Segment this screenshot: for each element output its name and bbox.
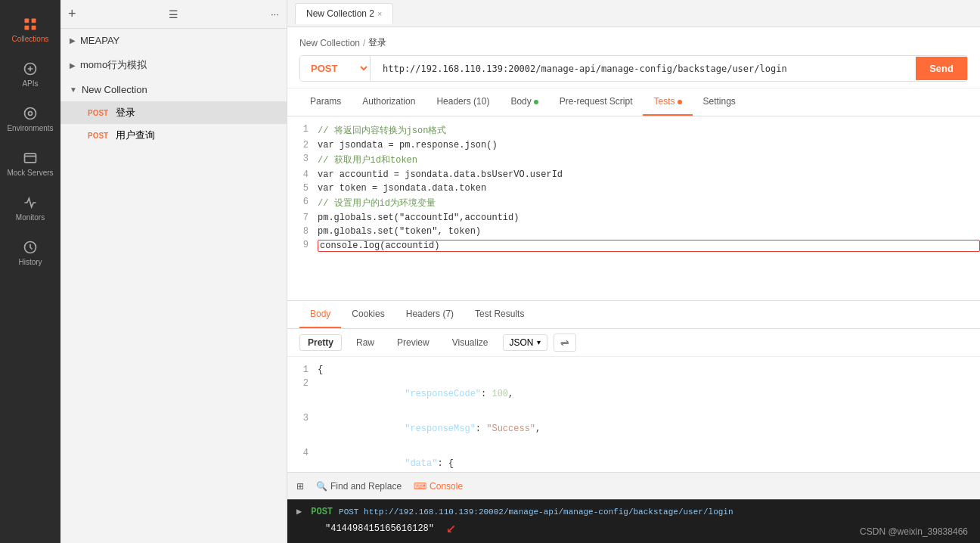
format-selector[interactable]: JSON ▾ bbox=[503, 334, 547, 351]
request-item-user-query[interactable]: POST 用户查询 bbox=[60, 124, 287, 147]
preview-button[interactable]: Preview bbox=[389, 334, 438, 351]
code-editor[interactable]: 1 // 将返回内容转换为json格式 2 var jsondata = pm.… bbox=[287, 116, 980, 300]
tests-dot bbox=[678, 100, 682, 104]
send-button[interactable]: Send bbox=[916, 57, 967, 80]
resp-tab-test-results[interactable]: Test Results bbox=[464, 301, 535, 328]
code-line-9: 9 console.log(accountid) bbox=[287, 238, 980, 253]
tab-params[interactable]: Params bbox=[299, 88, 352, 116]
chevron-down-icon: ▾ bbox=[537, 338, 541, 346]
chevron-right-icon: ▶ bbox=[70, 36, 76, 45]
watermark: CSDN @weixin_39838466 bbox=[860, 526, 968, 537]
code-line-1: 1 // 将返回内容转换为json格式 bbox=[287, 123, 980, 138]
chevron-right-icon: ▶ bbox=[70, 61, 76, 70]
code-line-7: 7 pm.globals.set("accountId",accountid) bbox=[287, 211, 980, 225]
tab-new-collection-2[interactable]: New Collection 2 × bbox=[295, 3, 393, 24]
body-dot bbox=[534, 100, 538, 104]
request-tabs: Params Authorization Headers (10) Body P… bbox=[287, 88, 980, 116]
bottom-bar: ⊞ 🔍 Find and Replace ⌨ Console bbox=[287, 472, 980, 499]
resp-line-4: 4 "data": { bbox=[287, 446, 980, 473]
code-line-4: 4 var accountid = jsondata.data.bsUserVO… bbox=[287, 168, 980, 182]
sidebar: Collections APIs Environments Mock Serve… bbox=[0, 0, 60, 543]
console-icon: ⌨ bbox=[414, 481, 426, 492]
search-icon: 🔍 bbox=[316, 481, 327, 492]
sidebar-item-history[interactable]: History bbox=[0, 231, 60, 275]
layout-icon: ⊞ bbox=[296, 481, 304, 492]
resp-line-1: 1 { bbox=[287, 363, 980, 377]
request-item-login[interactable]: POST 登录 bbox=[60, 101, 287, 124]
collection-item-new-collection[interactable]: ▼ New Collection bbox=[60, 78, 287, 101]
code-line-2: 2 var jsondata = pm.response.json() bbox=[287, 138, 980, 152]
collection-item-momo[interactable]: ▶ momo行为模拟 bbox=[60, 52, 287, 78]
response-tabs: Body Cookies Headers (7) Test Results bbox=[287, 301, 980, 329]
panel-header: + ☰ ··· bbox=[60, 0, 287, 29]
svg-point-6 bbox=[29, 112, 33, 116]
expand-icon: ▶ bbox=[296, 506, 302, 517]
main-content: New Collection 2 × New Collection / 登录 P… bbox=[287, 0, 980, 543]
url-input[interactable] bbox=[377, 57, 910, 80]
breadcrumb-separator: / bbox=[363, 38, 365, 48]
resp-line-2: 2 "responseCode": 100, bbox=[287, 377, 980, 411]
code-line-6: 6 // 设置用户的id为环境变量 bbox=[287, 195, 980, 211]
console-log-line: ▶ POST POST http://192.168.110.139:20002… bbox=[296, 504, 971, 519]
sidebar-item-environments[interactable]: Environments bbox=[0, 97, 60, 141]
collection-list: ▶ MEAPAY ▶ momo行为模拟 ▼ New Collection POS… bbox=[60, 29, 287, 543]
sidebar-item-collections[interactable]: Collections bbox=[0, 8, 60, 52]
request-area: New Collection / 登录 POST GET PUT DELETE … bbox=[287, 27, 980, 88]
sidebar-item-monitors[interactable]: Monitors bbox=[0, 186, 60, 231]
more-button[interactable]: ··· bbox=[271, 8, 279, 20]
arrow-down-icon: ↙ bbox=[446, 520, 456, 537]
raw-button[interactable]: Raw bbox=[348, 334, 383, 351]
tab-settings[interactable]: Settings bbox=[693, 88, 746, 116]
tab-pre-request[interactable]: Pre-request Script bbox=[549, 88, 644, 116]
response-body: 1 { 2 "responseCode": 100, 3 "responseMs… bbox=[287, 357, 980, 473]
sidebar-item-apis[interactable]: APIs bbox=[0, 52, 60, 97]
filter-button[interactable]: ☰ bbox=[82, 8, 265, 20]
pretty-button[interactable]: Pretty bbox=[299, 334, 342, 351]
code-line-8: 8 pm.globals.set("token", token) bbox=[287, 225, 980, 238]
wrap-button[interactable]: ⇌ bbox=[554, 334, 576, 352]
resp-tab-headers[interactable]: Headers (7) bbox=[395, 301, 464, 328]
resp-line-3: 3 "responseMsg": "Success", bbox=[287, 411, 980, 446]
resp-tab-cookies[interactable]: Cookies bbox=[341, 301, 395, 328]
code-line-3: 3 // 获取用户id和token bbox=[287, 152, 980, 168]
resp-tab-body[interactable]: Body bbox=[299, 301, 341, 328]
method-badge-post: POST bbox=[85, 131, 111, 141]
url-bar: POST GET PUT DELETE PATCH Send bbox=[299, 55, 968, 82]
response-section: Body Cookies Headers (7) Test Results Pr… bbox=[287, 300, 980, 473]
close-tab-icon[interactable]: × bbox=[377, 9, 382, 18]
tab-headers[interactable]: Headers (10) bbox=[426, 88, 500, 116]
code-line-5: 5 var token = jsondata.data.token bbox=[287, 182, 980, 195]
chevron-down-icon: ▼ bbox=[70, 85, 77, 94]
sidebar-item-mock-servers[interactable]: Mock Servers bbox=[0, 141, 60, 186]
visualize-button[interactable]: Visualize bbox=[444, 334, 497, 351]
svg-rect-1 bbox=[32, 19, 36, 23]
breadcrumb: New Collection / 登录 bbox=[299, 36, 968, 49]
add-button[interactable]: + bbox=[68, 6, 76, 22]
tab-bar: New Collection 2 × bbox=[287, 0, 980, 27]
layout-button[interactable]: ⊞ bbox=[296, 481, 304, 492]
method-badge-post: POST bbox=[85, 108, 111, 118]
tab-authorization[interactable]: Authorization bbox=[352, 88, 426, 116]
svg-rect-7 bbox=[25, 154, 36, 163]
svg-rect-2 bbox=[25, 26, 29, 30]
response-controls: Pretty Raw Preview Visualize JSON ▾ ⇌ bbox=[287, 329, 980, 357]
svg-rect-0 bbox=[25, 19, 29, 23]
console-button[interactable]: ⌨ Console bbox=[414, 481, 463, 492]
left-panel: + ☰ ··· ▶ MEAPAY ▶ momo行为模拟 ▼ New Collec… bbox=[60, 0, 287, 543]
tab-body[interactable]: Body bbox=[500, 88, 548, 116]
svg-rect-3 bbox=[32, 26, 36, 30]
tab-tests[interactable]: Tests bbox=[643, 88, 692, 116]
find-replace-button[interactable]: 🔍 Find and Replace bbox=[316, 481, 402, 492]
method-select[interactable]: POST GET PUT DELETE PATCH bbox=[300, 56, 371, 81]
svg-point-5 bbox=[25, 108, 36, 119]
collection-item-meapay[interactable]: ▶ MEAPAY bbox=[60, 29, 287, 52]
